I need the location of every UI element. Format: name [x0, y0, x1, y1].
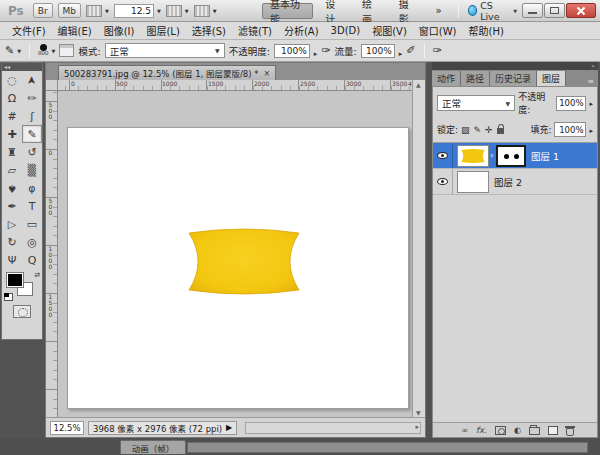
lock-transparent-pixels-icon[interactable]: ▨: [461, 125, 470, 135]
lock-image-pixels-icon[interactable]: ✎: [474, 125, 482, 135]
tab-paths[interactable]: 路径: [461, 71, 490, 86]
animation-panel-strip[interactable]: [187, 442, 588, 453]
launch-bridge-button[interactable]: Br: [33, 3, 53, 18]
new-group-button[interactable]: [529, 427, 540, 435]
opacity-spinner[interactable]: [314, 41, 318, 60]
menu-view[interactable]: 视图(V): [366, 23, 413, 38]
layer-thumbnail[interactable]: [457, 145, 489, 167]
flow-spinner[interactable]: [399, 41, 403, 60]
status-zoom-field[interactable]: 12.5%: [50, 421, 84, 435]
tablet-pressure-opacity-icon[interactable]: ✑: [321, 44, 330, 57]
layer-mask-thumbnail[interactable]: [496, 145, 526, 167]
lock-all-icon[interactable]: [497, 128, 504, 134]
layer-visibility-toggle[interactable]: [433, 143, 453, 168]
dock-collapse-button[interactable]: »: [432, 62, 598, 70]
tool-preset-dropdown[interactable]: ✎: [5, 44, 21, 57]
eyedropper-tool[interactable]: ʃ: [22, 107, 42, 125]
foreground-color-swatch[interactable]: [7, 273, 23, 287]
clone-stamp-tool[interactable]: ♜: [2, 143, 22, 161]
type-tool[interactable]: T: [22, 197, 42, 215]
pen-tool[interactable]: ✒: [2, 197, 22, 215]
menu-filter[interactable]: 滤镜(T): [232, 23, 278, 38]
link-layers-button[interactable]: ∞: [461, 425, 468, 435]
delete-layer-button[interactable]: [566, 428, 574, 436]
add-layer-mask-button[interactable]: [495, 426, 506, 435]
screen-mode-dropdown[interactable]: [194, 5, 217, 17]
brush-preset-picker[interactable]: 800: [38, 44, 55, 57]
horizontal-scrollbar[interactable]: [245, 422, 421, 434]
tab-close-icon[interactable]: ×: [264, 69, 271, 78]
layer-fill-input[interactable]: 100%: [554, 122, 586, 137]
menu-edit[interactable]: 编辑(E): [52, 23, 98, 38]
brush-tool[interactable]: ✎: [22, 125, 42, 143]
launch-mini-bridge-button[interactable]: Mb: [58, 3, 81, 18]
mask-link-icon[interactable]: ∞: [489, 153, 496, 158]
workspace-overflow-button[interactable]: »: [428, 3, 448, 19]
arrange-documents-dropdown[interactable]: [166, 5, 189, 17]
menu-file[interactable]: 文件(F): [6, 23, 52, 38]
new-layer-button[interactable]: [548, 426, 558, 435]
canvas[interactable]: [67, 127, 409, 409]
menu-image[interactable]: 图像(I): [98, 23, 141, 38]
status-menu-arrow-icon[interactable]: ▶: [226, 423, 232, 432]
maximize-button[interactable]: [544, 3, 565, 18]
vertical-scrollbar[interactable]: [412, 80, 425, 417]
layer-row-1[interactable]: ∞ 图层 1: [433, 143, 597, 169]
hand-tool[interactable]: Ψ: [2, 251, 22, 269]
eraser-tool[interactable]: ▱: [2, 161, 22, 179]
layer-name[interactable]: 图层 2: [494, 175, 522, 189]
menu-analysis[interactable]: 分析(A): [278, 23, 325, 38]
canvas-viewport[interactable]: [58, 91, 412, 417]
menu-help[interactable]: 帮助(H): [463, 23, 510, 38]
layer-visibility-toggle[interactable]: [433, 169, 453, 194]
lock-position-icon[interactable]: ✛: [485, 125, 493, 135]
zoom-level-dropdown[interactable]: 12.5: [114, 4, 161, 18]
dodge-tool[interactable]: φ: [22, 179, 42, 197]
rectangular-marquee-tool[interactable]: ◌: [2, 71, 22, 89]
animation-panel-tab[interactable]: 动画（帧）: [120, 440, 186, 454]
adjustment-layer-button[interactable]: ◐: [514, 425, 521, 435]
tab-history[interactable]: 历史记录: [490, 71, 537, 86]
layer-opacity-spinner[interactable]: [589, 98, 593, 108]
document-info[interactable]: 3968 像素 x 2976 像素 (72 ppi) ▶: [88, 421, 237, 435]
menu-3d[interactable]: 3D(D): [325, 25, 367, 36]
view-extras-dropdown[interactable]: [86, 5, 109, 17]
close-button[interactable]: [566, 3, 596, 18]
layer-thumbnail[interactable]: [457, 171, 489, 193]
layer-style-button[interactable]: fx.: [476, 425, 487, 435]
gradient-tool[interactable]: ▒: [22, 161, 42, 179]
workspace-essentials-button[interactable]: 基本功能: [262, 3, 313, 19]
shape-tool[interactable]: ▭: [22, 215, 42, 233]
blur-tool[interactable]: ♠: [2, 179, 22, 197]
spot-healing-brush-tool[interactable]: ✚: [2, 125, 22, 143]
3d-rotate-tool[interactable]: ↻: [2, 233, 22, 251]
workspace-photography-button[interactable]: 摄影: [392, 3, 424, 19]
history-brush-tool[interactable]: ↺: [22, 143, 42, 161]
move-tool[interactable]: ➤: [22, 71, 42, 89]
tab-layers[interactable]: 图层: [537, 71, 566, 86]
tab-actions[interactable]: 动作: [432, 71, 461, 86]
layer-fill-spinner[interactable]: [589, 125, 593, 135]
layer-blend-mode-select[interactable]: 正常: [437, 95, 515, 111]
toggle-brush-panel-button[interactable]: [59, 44, 74, 57]
swap-colors-icon[interactable]: ⇄: [34, 271, 40, 279]
menu-layer[interactable]: 图层(L): [140, 23, 185, 38]
workspace-design-button[interactable]: 设计: [318, 3, 350, 19]
panel-menu-icon[interactable]: ≡: [583, 77, 598, 86]
menu-select[interactable]: 选择(S): [186, 23, 232, 38]
lasso-tool[interactable]: Ω: [2, 89, 22, 107]
flow-input[interactable]: 100%: [361, 44, 395, 58]
minimize-button[interactable]: [522, 3, 543, 18]
default-colors-icon[interactable]: [4, 293, 13, 301]
quick-mask-mode-button[interactable]: [13, 305, 31, 318]
zoom-level-value[interactable]: 12.5: [114, 4, 154, 18]
workspace-painting-button[interactable]: 绘画: [355, 3, 387, 19]
menu-window[interactable]: 窗口(W): [413, 23, 463, 38]
document-tab[interactable]: 500283791.jpg @ 12.5% (图层 1, 图层蒙版/8) * ×: [58, 65, 276, 80]
layer-opacity-input[interactable]: 100%: [556, 96, 586, 111]
cs-live-button[interactable]: CS Live ▼: [468, 0, 518, 22]
path-selection-tool[interactable]: ▷: [2, 215, 22, 233]
airbrush-icon[interactable]: ✐: [406, 44, 415, 57]
zoom-tool[interactable]: Q: [22, 251, 42, 269]
crop-tool[interactable]: #: [2, 107, 22, 125]
